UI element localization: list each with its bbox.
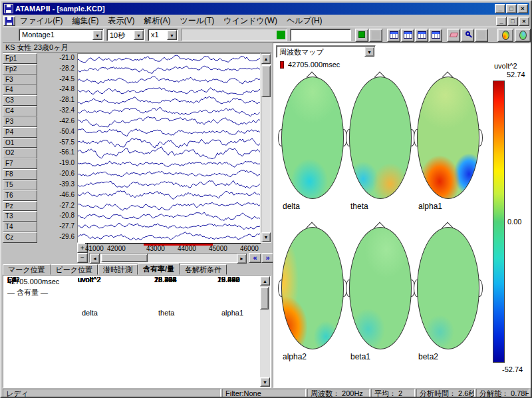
close-button[interactable]: × <box>517 4 528 13</box>
scrollbar-thumb[interactable] <box>260 287 269 309</box>
row-channel: C4 <box>7 276 17 284</box>
waveform-horizontal-scrollbar[interactable]: ◄ ► <box>89 253 247 263</box>
scroll-right-button[interactable]: ► <box>237 254 247 264</box>
menu-item-help[interactable]: ヘルプ(H) <box>282 15 327 27</box>
channel-label[interactable]: F8 <box>3 169 37 180</box>
map-label: alpha2 <box>283 352 307 361</box>
scrollbar-thumb[interactable] <box>261 65 271 97</box>
channel-label[interactable]: C3 <box>3 95 37 106</box>
map-type-select[interactable]: 周波数マップ ▼ <box>276 45 376 58</box>
channel-label[interactable]: F4 <box>3 85 37 95</box>
montage-select[interactable]: Montage1 ▼ <box>19 29 104 41</box>
scroll-down-button[interactable]: ▼ <box>260 377 270 387</box>
menu-item-view[interactable]: 表示(V) <box>103 15 139 27</box>
chevron-down-icon[interactable]: ▼ <box>134 30 144 40</box>
tab-mark-position[interactable]: マーク位置 <box>3 264 51 275</box>
channel-label[interactable]: T6 <box>3 190 37 201</box>
eeg-waveform-display[interactable] <box>77 53 261 243</box>
page-back-button[interactable]: « <box>249 253 261 263</box>
channel-label[interactable]: Cz <box>3 232 37 243</box>
channel-label[interactable]: P3 <box>3 116 37 127</box>
channel-value: -28.1 <box>37 95 77 106</box>
tab-peak-position[interactable]: ピーク位置 <box>51 264 98 275</box>
channel-row: Fp1-21.0 <box>3 53 77 64</box>
scrollbar-track[interactable] <box>261 64 271 232</box>
clear-button[interactable] <box>475 29 488 42</box>
channel-label[interactable]: O2 <box>3 148 37 158</box>
eraser-button[interactable] <box>447 29 460 42</box>
channel-label[interactable]: T4 <box>3 222 37 232</box>
tab-analysis-conditions[interactable]: 各解析条件 <box>180 264 227 275</box>
tab-content-amount[interactable]: 含有率/量 <box>138 263 180 275</box>
channel-label[interactable]: Pz <box>3 201 37 212</box>
channel-value: -27.7 <box>37 222 77 232</box>
scrollbar-thumb[interactable] <box>101 254 148 262</box>
menu-item-window[interactable]: ウインドウ(W) <box>219 15 282 27</box>
child-close-button[interactable]: × <box>519 17 529 26</box>
scroll-up-button[interactable]: ▲ <box>260 276 270 286</box>
menu-item-analysis[interactable]: 解析(A) <box>139 15 175 27</box>
result-vertical-scrollbar[interactable]: ▲ ▼ <box>260 276 270 387</box>
channel-label[interactable]: P4 <box>3 127 37 138</box>
time-input[interactable] <box>290 29 351 41</box>
display-mode-button-2[interactable] <box>401 29 414 42</box>
scrollbar-track[interactable] <box>100 254 237 262</box>
child-restore-button[interactable]: □ <box>507 17 518 26</box>
gain-select[interactable]: x1 ▼ <box>148 29 178 41</box>
channel-row: F4-24.8 <box>3 85 77 95</box>
eraser-icon <box>449 33 458 37</box>
map-label: theta <box>350 202 368 211</box>
map-timestamp: 42705.000msec <box>288 61 340 69</box>
map-report-button[interactable] <box>515 29 531 42</box>
menu-item-edit[interactable]: 編集(E) <box>67 15 103 27</box>
topomap-head <box>349 77 412 199</box>
minimize-button[interactable]: _ <box>495 4 505 13</box>
waveform-vertical-scrollbar[interactable]: ▲ ▼ <box>261 53 271 243</box>
chevron-down-icon[interactable]: ▼ <box>167 30 177 40</box>
stop-button[interactable] <box>369 29 382 42</box>
scroll-left-button[interactable]: ◄ <box>90 254 100 264</box>
channel-label[interactable]: T3 <box>3 211 37 222</box>
chevron-down-icon[interactable]: ▼ <box>364 47 374 57</box>
channel-label[interactable]: Fp1 <box>3 53 37 64</box>
channel-value: -50.4 <box>37 127 77 138</box>
display-mode-button-1[interactable] <box>387 29 400 42</box>
table-grid-icon <box>418 31 426 39</box>
magnifier-icon <box>466 31 470 36</box>
channel-row: Pz-27.2 <box>3 201 77 212</box>
channel-label[interactable]: T5 <box>3 180 37 190</box>
scrollbar-track[interactable] <box>260 286 270 377</box>
scroll-up-button[interactable]: ▲ <box>261 54 271 64</box>
display-mode-button-4[interactable] <box>429 29 442 42</box>
topomap-alpha2: alpha2 <box>281 227 344 363</box>
chevron-down-icon[interactable]: ▼ <box>92 30 102 40</box>
duration-value: 10秒 <box>110 31 125 41</box>
column-header-delta: delta <box>82 309 98 317</box>
menu-item-tools[interactable]: ツール(T) <box>175 15 219 27</box>
duration-select[interactable]: 10秒 ▼ <box>106 29 145 41</box>
tab-latency-measure[interactable]: 潜時計測 <box>98 264 138 275</box>
channel-label[interactable]: F3 <box>3 75 37 85</box>
channel-label[interactable]: Fp2 <box>3 64 37 75</box>
blank-icon <box>372 31 380 39</box>
map-window-button[interactable] <box>497 29 513 42</box>
child-minimize-button[interactable]: _ <box>496 17 507 26</box>
scroll-down-button[interactable]: ▼ <box>261 232 271 242</box>
channel-label[interactable]: O1 <box>3 138 37 148</box>
zoom-out-button[interactable]: − <box>77 253 88 263</box>
channel-row: F3-24.5 <box>3 75 77 85</box>
topomap-alpha1: alpha1 <box>417 77 479 213</box>
map-label: delta <box>283 202 300 211</box>
display-mode-button-3[interactable] <box>415 29 428 42</box>
channel-label[interactable]: C4 <box>3 106 37 116</box>
zoom-button[interactable] <box>461 29 474 42</box>
maximize-button[interactable]: □ <box>506 4 517 13</box>
topomap-beta1: beta1 <box>349 227 412 363</box>
run-analysis-button[interactable] <box>355 29 368 42</box>
menu-item-file[interactable]: ファイル(F) <box>15 15 67 27</box>
channel-label[interactable]: F7 <box>3 158 37 169</box>
frequency-map-panel: 周波数マップ ▼ 42705.000msec delta theta alpha… <box>273 43 532 388</box>
topomap-theta: theta <box>349 77 412 213</box>
save-button[interactable] <box>3 16 15 26</box>
toolbar: Montage1 ▼ 10秒 ▼ x1 ▼ <box>3 27 529 43</box>
